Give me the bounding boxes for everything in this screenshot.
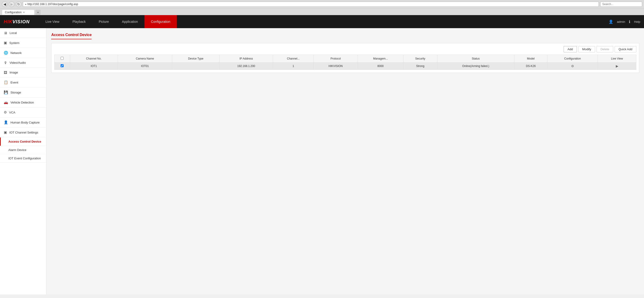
col-management: Managem... <box>358 55 403 63</box>
nav-right: 👤 admin ℹ Help <box>608 19 640 24</box>
col-protocol: Protocol <box>314 55 358 63</box>
user-icon: 👤 <box>608 19 613 24</box>
row-live-view-action[interactable]: ▶ <box>598 63 636 70</box>
sidebar-sub-label-iot-event-configuration: IOT Event Configuration <box>8 156 41 160</box>
col-channel-no: Channel No. <box>70 55 118 63</box>
back-button[interactable]: ◀ <box>2 1 8 7</box>
sidebar-sub-item-alarm-device[interactable]: Alarm Device <box>0 146 46 154</box>
event-icon: 📋 <box>4 80 8 84</box>
sidebar-item-local[interactable]: 🖥 Local <box>0 28 46 38</box>
row-model: DS-K26 <box>514 63 547 70</box>
vehicle-detection-icon: 🚗 <box>4 100 8 105</box>
sidebar-label-vca: VCA <box>9 111 16 114</box>
forward-button[interactable]: ▶ <box>9 1 14 7</box>
new-tab-button[interactable]: + <box>36 10 40 15</box>
refresh-button[interactable]: ↻ <box>16 1 22 7</box>
sidebar-label-iot-channel-settings: IOT Channel Settings <box>9 131 38 134</box>
tab-title: Configuration <box>5 11 22 14</box>
sidebar-item-video-audio[interactable]: 🎙 Video/Audio <box>0 58 46 68</box>
tab-close-button[interactable]: ✕ <box>23 11 25 14</box>
nav-live-view[interactable]: Live View <box>39 15 66 28</box>
iot-channel-icon: ▣ <box>4 130 7 135</box>
row-checkbox-cell <box>54 63 70 70</box>
col-configuration: Configuration <box>547 55 598 63</box>
sidebar-item-network[interactable]: 🌐 Network <box>0 48 46 58</box>
nav-configuration[interactable]: Configuration <box>144 15 177 28</box>
sidebar-item-vca[interactable]: ⚙ VCA <box>0 108 46 118</box>
sidebar-label-system: System <box>9 41 19 45</box>
browser-toolbar: ◀ ▶ ↻ ● http://192.168.1.197/doc/page/co… <box>0 0 644 8</box>
table-toolbar: Add Modify Delete Quick Add <box>54 46 636 52</box>
top-nav: HIKVISION Live View Playback Picture App… <box>0 15 644 28</box>
logo: HIKVISION <box>4 19 30 24</box>
add-button[interactable]: Add <box>564 46 577 52</box>
sidebar: 🖥 Local ▣ System 🌐 Network 🎙 Video/Audio… <box>0 28 46 295</box>
select-all-header <box>54 55 70 63</box>
nav-picture[interactable]: Picture <box>92 15 116 28</box>
row-device-type <box>172 63 219 70</box>
tab-bar: Configuration ✕ + <box>0 8 644 15</box>
delete-button[interactable]: Delete <box>596 46 613 52</box>
network-icon: 🌐 <box>4 51 8 55</box>
sidebar-sub-item-access-control-device[interactable]: Access Control Device <box>0 138 46 146</box>
sidebar-label-storage: Storage <box>10 91 21 94</box>
table-row[interactable]: IOT1 IOT01 192.168.1.200 1 HIKVISION 800… <box>54 63 636 70</box>
col-model: Model <box>514 55 547 63</box>
content-area: Access Control Device Add Modify Delete … <box>46 28 644 295</box>
sidebar-label-event: Event <box>10 81 18 84</box>
row-management: 8000 <box>358 63 403 70</box>
row-configuration-action[interactable]: ⚙ <box>547 63 598 70</box>
lock-icon: ● <box>25 3 26 5</box>
image-icon: 🖼 <box>4 70 7 74</box>
row-ip-address: 192.168.1.200 <box>219 63 273 70</box>
sidebar-sub-item-iot-event-configuration[interactable]: IOT Event Configuration <box>0 154 46 163</box>
browser-chrome: ◀ ▶ ↻ ● http://192.168.1.197/doc/page/co… <box>0 0 644 15</box>
row-protocol: HIKVISION <box>314 63 358 70</box>
sidebar-item-vehicle-detection[interactable]: 🚗 Vehicle Detection <box>0 98 46 108</box>
col-live-view: Live View <box>598 55 636 63</box>
main-layout: 🖥 Local ▣ System 🌐 Network 🎙 Video/Audio… <box>0 28 644 295</box>
config-gear-icon[interactable]: ⚙ <box>571 64 574 68</box>
sidebar-item-human-body-capture[interactable]: 👤 Human Body Capture <box>0 118 46 128</box>
nav-playback[interactable]: Playback <box>66 15 92 28</box>
system-icon: ▣ <box>4 41 7 45</box>
sidebar-item-iot-channel-settings[interactable]: ▣ IOT Channel Settings <box>0 128 46 138</box>
col-channel: Channel... <box>273 55 314 63</box>
live-view-play-icon[interactable]: ▶ <box>616 64 618 68</box>
col-device-type: Device Type <box>172 55 219 63</box>
quick-add-button[interactable]: Quick Add <box>615 46 636 52</box>
sidebar-sub-label-alarm-device: Alarm Device <box>8 148 26 152</box>
table-section: Add Modify Delete Quick Add Channel No. … <box>51 43 639 73</box>
sidebar-item-storage[interactable]: 💾 Storage <box>0 87 46 98</box>
vca-icon: ⚙ <box>4 110 7 115</box>
address-bar[interactable]: ● http://192.168.1.197/doc/page/config.a… <box>23 2 599 7</box>
storage-icon: 💾 <box>4 90 8 94</box>
local-icon: 🖥 <box>4 31 7 35</box>
nav-application[interactable]: Application <box>115 15 144 28</box>
user-label: admin <box>617 20 625 23</box>
sidebar-label-vehicle-detection: Vehicle Detection <box>10 101 34 104</box>
browser-tab[interactable]: Configuration ✕ <box>2 9 34 15</box>
page-title: Access Control Device <box>51 33 92 39</box>
row-checkbox[interactable] <box>60 64 64 67</box>
sidebar-item-event[interactable]: 📋 Event <box>0 77 46 87</box>
row-security: Strong <box>403 63 437 70</box>
row-channel: 1 <box>273 63 314 70</box>
help-icon: ℹ <box>629 19 630 24</box>
data-table: Channel No. Camera Name Device Type IP A… <box>54 55 636 70</box>
select-all-checkbox[interactable] <box>60 57 64 60</box>
url-text: http://192.168.1.197/doc/page/config.asp <box>28 2 78 6</box>
sidebar-label-local: Local <box>10 31 17 35</box>
modify-button[interactable]: Modify <box>578 46 595 52</box>
col-ip-address: IP Address <box>219 55 273 63</box>
sidebar-label-human-body-capture: Human Body Capture <box>10 121 40 124</box>
app-container: HIKVISION Live View Playback Picture App… <box>0 15 644 295</box>
logo-text: HIKVISION <box>4 19 30 24</box>
sidebar-item-system[interactable]: ▣ System <box>0 38 46 48</box>
col-camera-name: Camera Name <box>118 55 172 63</box>
row-camera-name: IOT01 <box>118 63 172 70</box>
sidebar-item-image[interactable]: 🖼 Image <box>0 68 46 77</box>
browser-search-input[interactable] <box>600 2 642 7</box>
row-channel-no: IOT1 <box>70 63 118 70</box>
help-label[interactable]: Help <box>634 20 640 23</box>
